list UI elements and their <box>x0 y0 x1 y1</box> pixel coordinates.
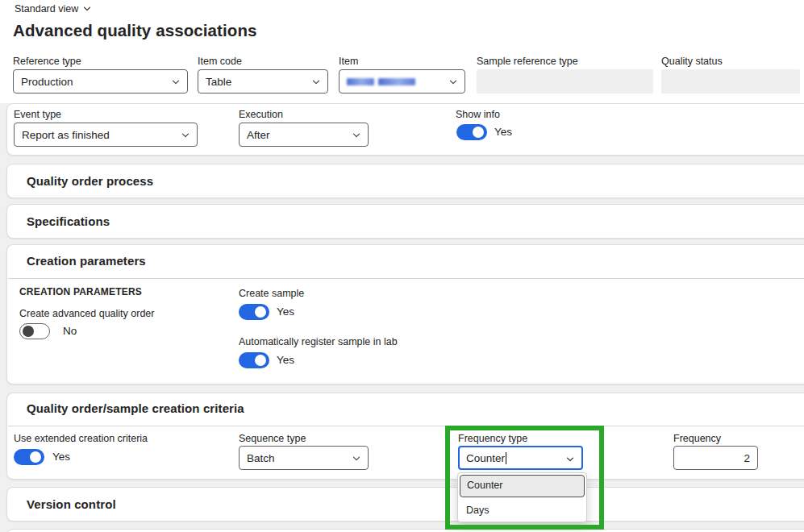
sample-reference-type-label: Sample reference type <box>477 56 578 67</box>
event-type-value: Report as finished <box>22 129 110 141</box>
create-sample-state: Yes <box>277 305 294 318</box>
text-cursor <box>506 452 506 464</box>
creation-parameters-title: Creation parameters <box>27 254 146 268</box>
frequency-type-value: Counter <box>466 452 505 464</box>
dropdown-option-days[interactable]: Days <box>460 500 585 521</box>
version-control-title: Version control <box>27 497 116 511</box>
reference-type-combobox[interactable]: Production <box>13 69 188 94</box>
event-type-combobox[interactable]: Report as finished <box>14 123 198 147</box>
toggle-knob <box>255 306 266 318</box>
item-combobox[interactable] <box>339 69 465 94</box>
toggle-knob <box>30 451 41 463</box>
toggle-knob <box>473 127 484 138</box>
divider <box>8 426 804 426</box>
item-value-redacted <box>347 78 415 85</box>
use-extended-creation-criteria-state: Yes <box>52 451 70 463</box>
page-header: Standard view Advanced quality associati… <box>0 0 804 103</box>
toggle-knob <box>255 355 266 366</box>
view-selector[interactable]: Standard view <box>15 3 92 15</box>
specifications-section[interactable]: Specifications <box>6 204 804 239</box>
frequency-type-dropdown-list: Counter Days <box>457 472 587 522</box>
reference-type-label: Reference type <box>13 56 81 67</box>
creation-criteria-title: Quality order/sample creation criteria <box>27 401 244 415</box>
create-advanced-quality-order-toggle[interactable] <box>19 323 50 339</box>
auto-register-sample-label: Automatically register sample in lab <box>239 336 398 347</box>
sample-reference-type-field <box>477 69 653 94</box>
chevron-down-icon <box>171 77 181 87</box>
auto-register-sample-toggle[interactable] <box>239 352 269 368</box>
item-code-combobox[interactable]: Table <box>198 69 328 94</box>
execution-combobox[interactable]: After <box>239 123 369 147</box>
use-extended-creation-criteria-toggle[interactable] <box>14 449 44 465</box>
view-selector-label: Standard view <box>15 3 78 15</box>
item-code-label: Item code <box>198 56 242 67</box>
create-sample-label: Create sample <box>239 288 304 299</box>
auto-register-sample-state: Yes <box>277 354 294 366</box>
execution-value: After <box>247 129 270 141</box>
show-info-state: Yes <box>494 126 512 138</box>
chevron-down-icon <box>82 4 92 14</box>
chevron-down-icon <box>352 131 361 140</box>
execution-label: Execution <box>239 109 283 120</box>
page-title: Advanced quality associations <box>13 21 257 40</box>
quality-order-process-section[interactable]: Quality order process <box>6 164 804 198</box>
toggle-knob <box>23 326 34 337</box>
show-info-label: Show info <box>456 109 500 120</box>
chevron-down-icon <box>352 454 361 463</box>
create-advanced-quality-order-state: No <box>63 325 77 337</box>
sequence-type-combobox[interactable]: Batch <box>239 446 369 470</box>
sequence-type-value: Batch <box>247 452 275 464</box>
specifications-title: Specifications <box>27 214 110 228</box>
event-type-label: Event type <box>14 109 61 120</box>
frequency-type-combobox[interactable]: Counter <box>458 446 583 470</box>
reference-type-value: Production <box>21 76 73 88</box>
frequency-value: 2 <box>744 452 750 464</box>
quality-status-label: Quality status <box>661 56 723 67</box>
dropdown-option-counter[interactable]: Counter <box>460 475 585 497</box>
version-control-section[interactable]: Version control <box>6 487 804 522</box>
divider <box>8 278 804 279</box>
chevron-down-icon <box>565 455 575 464</box>
create-advanced-quality-order-label: Create advanced quality order <box>19 308 154 319</box>
use-extended-creation-criteria-label: Use extended creation criteria <box>14 433 148 444</box>
chevron-down-icon <box>181 131 190 140</box>
frequency-label: Frequency <box>673 433 721 444</box>
show-info-toggle[interactable] <box>456 124 487 140</box>
chevron-down-icon <box>448 77 458 87</box>
frequency-input[interactable]: 2 <box>673 446 758 470</box>
chevron-down-icon <box>311 77 321 87</box>
item-code-value: Table <box>206 76 231 88</box>
creation-parameters-group-heading: CREATION PARAMETERS <box>19 286 142 297</box>
next-section-partial <box>6 529 804 532</box>
sequence-type-label: Sequence type <box>239 433 306 444</box>
quality-status-field <box>661 69 800 94</box>
item-label: Item <box>339 56 358 67</box>
frequency-type-label: Frequency type <box>458 433 527 444</box>
quality-order-process-title: Quality order process <box>27 174 153 188</box>
create-sample-toggle[interactable] <box>239 304 269 320</box>
